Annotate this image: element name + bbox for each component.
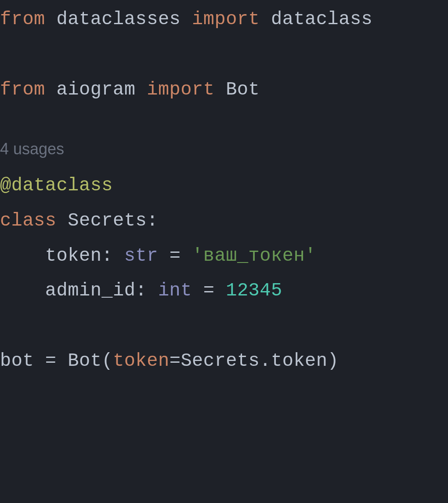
keyword-class: class — [0, 210, 57, 231]
arg-secrets-token: Secrets.token — [181, 350, 327, 372]
type-str: str — [124, 245, 158, 266]
code-line-import-dataclasses: from dataclasses import dataclass — [0, 2, 448, 37]
keyword-from: from — [0, 9, 45, 30]
param-token: token — [113, 350, 170, 372]
blank-line — [0, 309, 448, 344]
colon: : — [101, 245, 113, 266]
rparen: ) — [328, 350, 339, 372]
code-line-bot-assign: bot = Bot(token=Secrets.token) — [0, 344, 448, 379]
keyword-from: from — [0, 79, 45, 100]
string-token-value: 'ваш_токен' — [192, 245, 316, 266]
blank-line — [0, 37, 448, 73]
colon: : — [135, 280, 147, 301]
usages-hint[interactable]: 4 usages — [0, 134, 448, 164]
code-line-decorator: @dataclass — [0, 168, 448, 204]
number-admin-value: 12345 — [226, 280, 282, 301]
var-bot: bot — [0, 350, 34, 372]
field-token: token — [45, 245, 102, 266]
imported-dataclass: dataclass — [271, 9, 372, 30]
call-bot: Bot — [68, 350, 101, 372]
equals: = — [203, 280, 215, 301]
code-line-field-admin: admin_id: int = 12345 — [0, 273, 448, 309]
colon: : — [147, 210, 158, 231]
lparen: ( — [101, 350, 113, 372]
equals: = — [45, 350, 57, 372]
type-int: int — [158, 280, 192, 301]
keyword-import: import — [192, 9, 260, 30]
keyword-import: import — [147, 79, 214, 100]
module-aiogram: aiogram — [57, 79, 136, 100]
code-line-class: class Secrets: — [0, 204, 448, 239]
equals: = — [170, 350, 181, 372]
equals: = — [170, 245, 181, 266]
code-line-import-aiogram: from aiogram import Bot — [0, 73, 448, 108]
code-editor[interactable]: from dataclasses import dataclass from a… — [0, 0, 448, 379]
field-admin-id: admin_id — [45, 280, 136, 301]
decorator-dataclass: @dataclass — [0, 175, 113, 196]
module-dataclasses: dataclasses — [57, 9, 181, 30]
imported-bot: Bot — [226, 79, 260, 100]
code-line-field-token: token: str = 'ваш_токен' — [0, 239, 448, 274]
class-name-secrets: Secrets — [68, 210, 147, 231]
